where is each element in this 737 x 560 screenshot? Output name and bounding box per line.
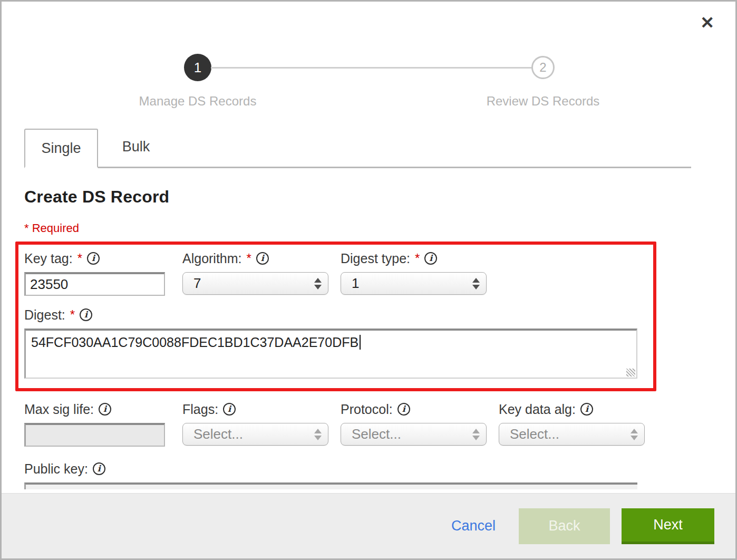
page-title: Create DS Record bbox=[24, 187, 735, 207]
key-tag-input[interactable] bbox=[24, 272, 165, 296]
info-icon[interactable]: i bbox=[580, 403, 593, 416]
max-sig-life-input[interactable] bbox=[24, 423, 165, 447]
required-asterisk: * bbox=[415, 251, 420, 266]
info-icon[interactable]: i bbox=[223, 403, 236, 416]
public-key-textarea[interactable] bbox=[24, 482, 637, 489]
info-icon[interactable]: i bbox=[99, 403, 111, 416]
flags-label: Flags: bbox=[182, 402, 218, 417]
tab-bulk[interactable]: Bulk bbox=[98, 127, 174, 167]
select-arrows-icon bbox=[314, 429, 322, 440]
info-icon[interactable]: i bbox=[256, 252, 269, 265]
form-row-2: Max sig life: i Flags: i Select... Proto… bbox=[24, 401, 735, 447]
resize-grip-icon[interactable] bbox=[626, 369, 635, 376]
protocol-selected-value: Select... bbox=[352, 426, 472, 442]
info-icon[interactable]: i bbox=[424, 252, 437, 265]
select-arrows-icon bbox=[314, 278, 322, 289]
select-arrows-icon bbox=[472, 429, 480, 440]
public-key-label: Public key: bbox=[24, 461, 88, 477]
tab-single[interactable]: Single bbox=[24, 129, 98, 168]
required-asterisk: * bbox=[70, 307, 75, 322]
form-row-1: Key tag: * i Algorithm: * i 7 bbox=[24, 250, 653, 296]
info-icon[interactable]: i bbox=[397, 403, 410, 416]
key-data-alg-select[interactable]: Select... bbox=[499, 423, 645, 446]
protocol-label: Protocol: bbox=[341, 402, 393, 417]
select-arrows-icon bbox=[472, 278, 480, 289]
protocol-field: Protocol: i Select... bbox=[341, 401, 499, 447]
next-button[interactable]: Next bbox=[622, 508, 714, 544]
digest-value: 54FCF030AA1C79C0088FDEC1BD1C37DAA2E70DFB bbox=[31, 335, 358, 350]
algorithm-selected-value: 7 bbox=[193, 275, 314, 292]
close-icon[interactable]: ✕ bbox=[700, 14, 714, 31]
digest-field: Digest: * i 54FCF030AA1C79C0088FDEC1BD1C… bbox=[24, 306, 653, 379]
algorithm-field: Algorithm: * i 7 bbox=[182, 250, 341, 296]
info-icon[interactable]: i bbox=[93, 462, 105, 475]
select-arrows-icon bbox=[631, 429, 638, 440]
digest-label: Digest: bbox=[24, 307, 65, 323]
key-data-alg-label: Key data alg: bbox=[499, 402, 576, 417]
step-2-indicator: 2 bbox=[531, 56, 555, 79]
stepper: 1 2 Manage DS Records Review DS Records bbox=[2, 54, 735, 109]
max-sig-life-label: Max sig life: bbox=[24, 402, 94, 417]
protocol-select[interactable]: Select... bbox=[341, 423, 487, 446]
step-1-indicator: 1 bbox=[184, 54, 211, 81]
tab-bar: Single Bulk bbox=[24, 127, 691, 168]
key-tag-field: Key tag: * i bbox=[24, 250, 182, 296]
text-cursor bbox=[360, 335, 361, 350]
digest-type-label: Digest type: bbox=[341, 251, 410, 266]
create-ds-record-modal: ✕ 1 2 Manage DS Records Review DS Record… bbox=[0, 0, 737, 560]
info-icon[interactable]: i bbox=[87, 252, 100, 265]
step-1-label: Manage DS Records bbox=[119, 94, 277, 109]
flags-select[interactable]: Select... bbox=[182, 423, 328, 446]
step-2-label: Review DS Records bbox=[464, 94, 622, 109]
digest-type-field: Digest type: * i 1 bbox=[341, 250, 499, 296]
flags-selected-value: Select... bbox=[193, 426, 314, 442]
flags-field: Flags: i Select... bbox=[182, 401, 341, 447]
cancel-button[interactable]: Cancel bbox=[451, 518, 496, 534]
key-data-alg-field: Key data alg: i Select... bbox=[499, 401, 657, 447]
required-note: * Required bbox=[24, 221, 735, 235]
digest-type-selected-value: 1 bbox=[352, 275, 472, 292]
key-tag-label: Key tag: bbox=[24, 251, 73, 266]
algorithm-select[interactable]: 7 bbox=[182, 272, 328, 295]
key-data-alg-selected-value: Select... bbox=[510, 426, 631, 442]
required-asterisk: * bbox=[77, 251, 82, 266]
digest-type-select[interactable]: 1 bbox=[341, 272, 487, 295]
max-sig-life-field: Max sig life: i bbox=[24, 401, 182, 447]
info-icon[interactable]: i bbox=[80, 308, 92, 321]
back-button[interactable]: Back bbox=[519, 508, 610, 544]
public-key-field: Public key: i bbox=[24, 460, 735, 489]
required-asterisk: * bbox=[247, 251, 251, 266]
digest-textarea[interactable]: 54FCF030AA1C79C0088FDEC1BD1C37DAA2E70DFB bbox=[24, 329, 637, 379]
stepper-connector-line bbox=[211, 67, 532, 69]
highlight-annotation-box: Key tag: * i Algorithm: * i 7 bbox=[15, 242, 656, 391]
modal-footer: Cancel Back Next bbox=[2, 493, 735, 558]
algorithm-label: Algorithm: bbox=[182, 251, 242, 266]
